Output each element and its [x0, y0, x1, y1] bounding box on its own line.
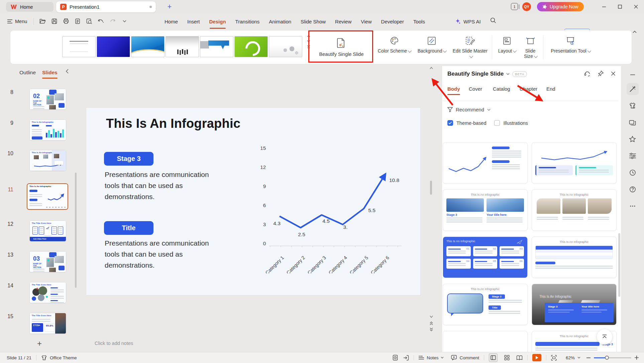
title-paragraph[interactable]: Presentations are communication tools th…	[105, 238, 225, 271]
new-tab-button[interactable]: +	[165, 2, 174, 11]
theme-thumbnail-gears[interactable]	[269, 36, 302, 57]
wps-ai-button[interactable]: WPS AI	[455, 13, 481, 29]
template-card-8-mountain[interactable]: This Is An InfographicStage 3Your title …	[532, 284, 617, 325]
fit-slide-icon[interactable]	[551, 355, 557, 361]
checkbox-label[interactable]: Illustrations	[503, 120, 528, 126]
maximize-button[interactable]	[612, 0, 628, 13]
theme-name[interactable]: Office Theme	[50, 355, 77, 360]
panel-scrollbar[interactable]	[618, 233, 620, 297]
notes-toggle[interactable]: Notes	[427, 355, 438, 360]
ribbon-tab-insert[interactable]: Insert	[183, 13, 205, 29]
theme-thumbnail-sil[interactable]	[166, 36, 199, 57]
tab-slides[interactable]: Slides	[42, 70, 58, 76]
panel-tab-end[interactable]: End	[546, 86, 555, 92]
window-count-badge[interactable]: 1	[511, 3, 518, 10]
panel-title-chevron-icon[interactable]	[506, 73, 510, 75]
slide-thumbnail-8[interactable]: 02NAME OF THE SECTION	[29, 89, 66, 110]
minimize-button[interactable]	[596, 0, 612, 13]
tab-outline[interactable]: Outline	[19, 70, 36, 76]
play-time-icon[interactable]	[393, 355, 398, 361]
notes-placeholder[interactable]: Click to add notes	[95, 341, 133, 346]
previous-slide-icon[interactable]	[429, 321, 433, 326]
title-pill[interactable]: Title	[104, 221, 153, 235]
notes-chevron-icon[interactable]	[441, 357, 444, 359]
reading-view-button[interactable]	[516, 355, 523, 360]
zoom-out-button[interactable]	[586, 357, 591, 358]
sidebar-scrollbar[interactable]	[75, 173, 77, 288]
history-clock-icon[interactable]	[627, 167, 639, 179]
pin-icon[interactable]	[598, 71, 604, 77]
slide-thumbnail-12[interactable]: The Title Goes Here Add A Main Point	[29, 220, 66, 242]
ribbon-tab-review[interactable]: Review	[330, 13, 356, 29]
upgrade-now-button[interactable]: Upgrade Now	[537, 2, 584, 11]
save-icon[interactable]	[50, 17, 59, 25]
back-to-top-button[interactable]	[597, 329, 612, 345]
slide-editing-surface[interactable]: This Is An Infographic Stage 3 Presentat…	[86, 108, 420, 295]
ribbon-tab-transitions[interactable]: Transitions	[231, 13, 264, 29]
open-folder-icon[interactable]	[38, 17, 47, 25]
zoom-slider[interactable]	[594, 357, 631, 358]
scroll-up-icon[interactable]	[429, 66, 433, 70]
find-replace-icon[interactable]	[85, 17, 94, 25]
menu-button[interactable]: Menu	[5, 17, 29, 26]
ribbon-tab-animation[interactable]: Animation	[264, 13, 296, 29]
next-slide-icon[interactable]	[429, 327, 433, 332]
sign-in-icon[interactable]	[403, 355, 409, 361]
ribbon-button-color-scheme[interactable]: Color Scheme	[375, 30, 413, 64]
avatar[interactable]: QY	[522, 2, 531, 11]
undo-button[interactable]	[97, 17, 105, 25]
template-card-5-blue-cards[interactable]: This Is An Infographic010203040506	[443, 237, 528, 278]
slide-thumbnail-11[interactable]: This Is An Infographic	[27, 183, 68, 210]
panel-tab-cover[interactable]: Cover	[469, 86, 482, 92]
help-icon[interactable]	[627, 183, 639, 195]
theme-thumbnail-navy[interactable]	[97, 36, 130, 57]
beautify-single-slide-button[interactable]: Beautify Single Slide	[310, 32, 373, 63]
template-card-9-photo-partial[interactable]: The Title Goes Here	[443, 331, 528, 352]
document-tab[interactable]: P Presentation1	[56, 1, 156, 12]
ribbon-button-background[interactable]: Background	[413, 30, 450, 64]
slide-thumbnail-15[interactable]: The Title Goes Here 7779+ 99.8%	[29, 313, 66, 334]
add-slide-button[interactable]: +	[34, 339, 44, 349]
slide-sorter-view-button[interactable]	[504, 355, 510, 360]
theme-thumbnail-master[interactable]	[62, 36, 96, 57]
template-card-2-chart-two-boxes[interactable]	[532, 142, 617, 184]
close-button[interactable]	[628, 0, 644, 13]
ribbon-tab-view[interactable]: View	[356, 13, 376, 29]
settings-sliders-icon[interactable]	[627, 150, 639, 162]
quick-access-more-icon[interactable]	[120, 17, 129, 25]
template-card-7-bubble-photo[interactable]: This Is An InfographicStage 3Title	[443, 284, 528, 325]
rail-more-icon[interactable]	[627, 200, 639, 212]
panel-tab-catalog[interactable]: Catalog	[493, 86, 510, 92]
recommend-filter[interactable]: Recommend	[447, 107, 491, 112]
theme-thumbnail-wave[interactable]	[131, 36, 165, 57]
close-panel-icon[interactable]	[611, 71, 616, 76]
ribbon-tab-home[interactable]: Home	[160, 13, 183, 29]
theme-thumbnail-banner[interactable]	[200, 36, 233, 57]
template-card-3-two-photos[interactable]: This Is An InfographicStage 3Your title …	[443, 189, 528, 231]
zoom-level[interactable]: 62%	[562, 355, 575, 360]
ribbon-button-layout[interactable]: Layout	[494, 30, 520, 64]
ribbon-tab-tools[interactable]: Tools	[409, 13, 430, 29]
favorites-star-icon[interactable]	[627, 133, 639, 145]
slideshow-play-button[interactable]	[532, 354, 541, 361]
hide-rail-icon[interactable]	[627, 71, 639, 78]
stage-pill[interactable]: Stage 3	[104, 152, 153, 166]
comment-button[interactable]: Comment	[459, 355, 479, 360]
panel-tab-body[interactable]: Body	[447, 86, 460, 92]
zoom-chevron-icon[interactable]	[577, 357, 580, 359]
add-comment-icon[interactable]	[451, 355, 457, 360]
checkbox-label[interactable]: Theme-based	[456, 120, 486, 126]
export-icon[interactable]	[73, 17, 82, 25]
line-chart[interactable]: 03691215Category 1Category 2Category 3Ca…	[252, 141, 406, 273]
ribbon-tab-developer[interactable]: Developer	[377, 13, 409, 29]
ribbon-button-slide-size[interactable]: Slide Size	[520, 30, 541, 64]
home-tab[interactable]: Home	[6, 2, 53, 12]
template-card-6-table[interactable]: This Is An Infographic	[532, 237, 617, 278]
theme-thumbnail-pie[interactable]	[234, 36, 268, 57]
slide-thumbnail-13[interactable]: 03NAME OF THE SECTION	[29, 251, 66, 272]
search-icon[interactable]	[490, 17, 496, 23]
collapse-ribbon-icon[interactable]	[633, 31, 637, 33]
checkbox-theme-based[interactable]	[447, 120, 453, 126]
theme-clothes-icon[interactable]	[627, 100, 639, 112]
ribbon-tab-slide-show[interactable]: Slide Show	[296, 13, 330, 29]
